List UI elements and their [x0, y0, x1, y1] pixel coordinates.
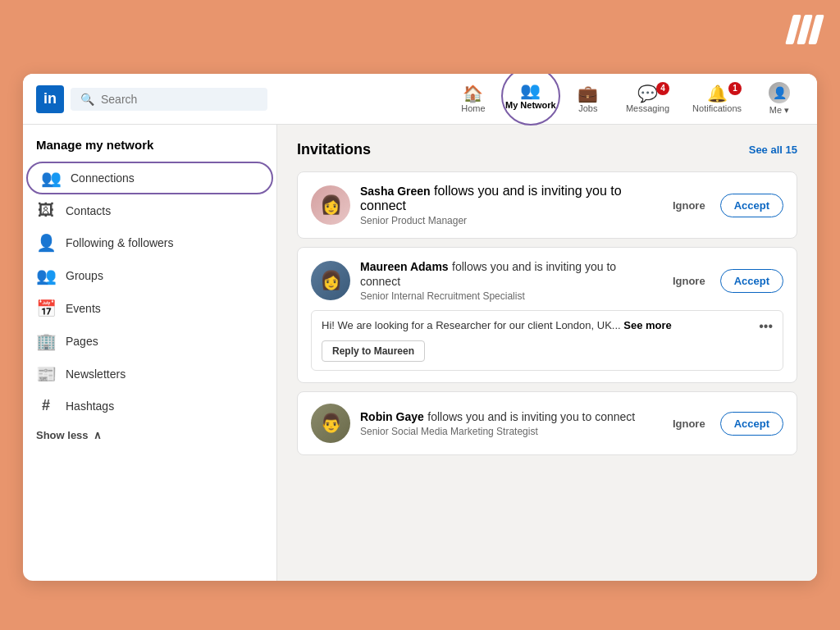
nav-item-me[interactable]: 👤 Me ▾	[755, 75, 804, 122]
robin-title: Senior Social Media Marketing Strategist	[360, 426, 656, 437]
pages-icon: 🏢	[36, 331, 56, 351]
sidebar-item-events[interactable]: 📅 Events	[23, 292, 276, 325]
search-input[interactable]	[101, 93, 258, 106]
nav-item-messaging[interactable]: 4 💬 Messaging	[616, 79, 679, 120]
nav-item-my-network[interactable]: 👥 My Network	[501, 74, 560, 126]
robin-buttons: Ignore Accept	[666, 412, 783, 436]
sidebar-item-connections[interactable]: 👥 Connections ➤	[26, 162, 273, 194]
content-area: Manage my network 👥 Connections ➤ 🖼 Cont…	[23, 125, 817, 581]
navbar: in 🔍 🏠 Home 👥 My Network 💼 Jobs	[23, 74, 817, 125]
robin-accept-button[interactable]: Accept	[720, 412, 783, 436]
connections-inner: 👥 Connections	[41, 168, 258, 188]
brand-logo	[789, 15, 820, 44]
notifications-badge: 1	[728, 82, 742, 95]
maureen-message-preview: Hi! We are looking for a Researcher for …	[311, 310, 783, 371]
maureen-name-action: Maureen Adams follows you and is invitin…	[360, 259, 656, 289]
invitations-header: Invitations See all 15	[297, 141, 797, 158]
invitation-card-sasha: 👩 Sasha Green follows you and is invitin…	[297, 171, 797, 239]
nav-label-messaging: Messaging	[626, 103, 669, 113]
nav-item-home[interactable]: 🏠 Home	[449, 79, 498, 120]
newsletters-icon: 📰	[36, 364, 56, 384]
sidebar-item-newsletters[interactable]: 📰 Newsletters	[23, 358, 276, 390]
nav-label-my-network: My Network	[505, 100, 556, 110]
connections-icon: 👥	[41, 168, 61, 188]
messaging-icon: 💬	[637, 85, 658, 102]
robin-action-text: follows you and is inviting you to conne…	[427, 410, 635, 423]
sasha-info: Sasha Green follows you and is inviting …	[360, 184, 656, 226]
sasha-name-action: Sasha Green follows you and is inviting …	[360, 184, 656, 213]
sasha-buttons: Ignore Accept	[666, 194, 783, 217]
nav-label-jobs: Jobs	[578, 103, 597, 113]
sasha-accept-button[interactable]: Accept	[720, 194, 783, 217]
sasha-name: Sasha Green	[360, 185, 431, 198]
sasha-ignore-button[interactable]: Ignore	[666, 194, 712, 217]
sidebar-item-hashtags[interactable]: # Hashtags	[23, 390, 276, 421]
maureen-row: 👩 Maureen Adams follows you and is invit…	[311, 259, 783, 302]
home-icon: 🏠	[463, 85, 483, 102]
main-content: Invitations See all 15 👩 Sasha Green fol…	[277, 125, 817, 581]
jobs-icon: 💼	[578, 85, 598, 102]
robin-name: Robin Gaye	[360, 410, 424, 423]
sidebar-title: Manage my network	[23, 138, 276, 162]
main-card: in 🔍 🏠 Home 👥 My Network 💼 Jobs	[23, 74, 817, 581]
events-icon: 📅	[36, 299, 56, 318]
following-icon: 👤	[36, 233, 56, 253]
invitation-card-robin: 👨 Robin Gaye follows you and is inviting…	[297, 391, 797, 455]
see-all-link[interactable]: See all 15	[749, 144, 797, 156]
maureen-info: Maureen Adams follows you and is invitin…	[360, 259, 656, 302]
reply-button[interactable]: Reply to Maureen	[322, 340, 425, 362]
connections-label: Connections	[71, 171, 135, 185]
invitations-title: Invitations	[297, 141, 371, 158]
sidebar: Manage my network 👥 Connections ➤ 🖼 Cont…	[23, 125, 277, 581]
see-more-link[interactable]: See more	[623, 319, 672, 331]
maureen-avatar: 👩	[311, 261, 350, 300]
msg-preview-row: Hi! We are looking for a Researcher for …	[322, 319, 773, 334]
sidebar-item-groups[interactable]: 👥 Groups	[23, 259, 276, 292]
chevron-up-icon: ∧	[94, 429, 102, 441]
sasha-row: 👩 Sasha Green follows you and is invitin…	[311, 184, 783, 226]
events-label: Events	[66, 302, 101, 315]
maureen-name: Maureen Adams	[360, 260, 449, 273]
following-label: Following & followers	[66, 236, 174, 249]
nav-item-notifications[interactable]: 1 🔔 Notifications	[682, 79, 751, 120]
robin-info: Robin Gaye follows you and is inviting y…	[360, 409, 656, 437]
contacts-label: Contacts	[66, 204, 111, 217]
contacts-icon: 🖼	[36, 201, 56, 220]
search-icon: 🔍	[80, 93, 94, 106]
groups-icon: 👥	[36, 266, 56, 285]
linkedin-logo[interactable]: in	[36, 85, 64, 113]
maureen-ignore-button[interactable]: Ignore	[666, 270, 712, 292]
nav-label-notifications: Notifications	[692, 103, 742, 113]
avatar: 👤	[769, 82, 790, 103]
hashtags-label: Hashtags	[66, 399, 114, 413]
robin-name-action: Robin Gaye follows you and is inviting y…	[360, 409, 656, 424]
pages-label: Pages	[66, 335, 98, 348]
maureen-accept-button[interactable]: Accept	[720, 269, 783, 293]
hashtags-icon: #	[36, 397, 56, 414]
nav-label-me: Me ▾	[769, 105, 789, 116]
groups-label: Groups	[66, 269, 103, 282]
msg-text-content: Hi! We are looking for a Researcher for …	[322, 319, 621, 331]
sasha-title: Senior Product Manager	[360, 215, 656, 226]
invitation-card-maureen: 👩 Maureen Adams follows you and is invit…	[297, 247, 797, 383]
maureen-buttons: Ignore Accept	[666, 269, 783, 293]
show-less-button[interactable]: Show less ∧	[23, 421, 276, 450]
message-options-icon[interactable]: •••	[759, 319, 773, 334]
newsletters-label: Newsletters	[66, 368, 126, 381]
sidebar-item-contacts[interactable]: 🖼 Contacts	[23, 194, 276, 226]
notifications-icon: 🔔	[707, 85, 728, 102]
messaging-badge: 4	[656, 82, 669, 95]
robin-row: 👨 Robin Gaye follows you and is inviting…	[311, 404, 783, 443]
sasha-avatar: 👩	[311, 185, 350, 225]
nav-items: 🏠 Home 👥 My Network 💼 Jobs 4 💬 Messaging	[449, 74, 804, 129]
network-icon: 👥	[520, 82, 541, 98]
search-bar[interactable]: 🔍	[71, 88, 267, 111]
sidebar-item-following[interactable]: 👤 Following & followers	[23, 226, 276, 259]
maureen-title: Senior Internal Recruitment Specialist	[360, 290, 656, 302]
nav-label-home: Home	[461, 103, 485, 113]
show-less-label: Show less	[36, 429, 89, 441]
robin-ignore-button[interactable]: Ignore	[666, 413, 712, 435]
nav-item-jobs[interactable]: 💼 Jobs	[564, 79, 613, 120]
sidebar-item-pages[interactable]: 🏢 Pages	[23, 325, 276, 358]
robin-avatar: 👨	[311, 404, 350, 443]
